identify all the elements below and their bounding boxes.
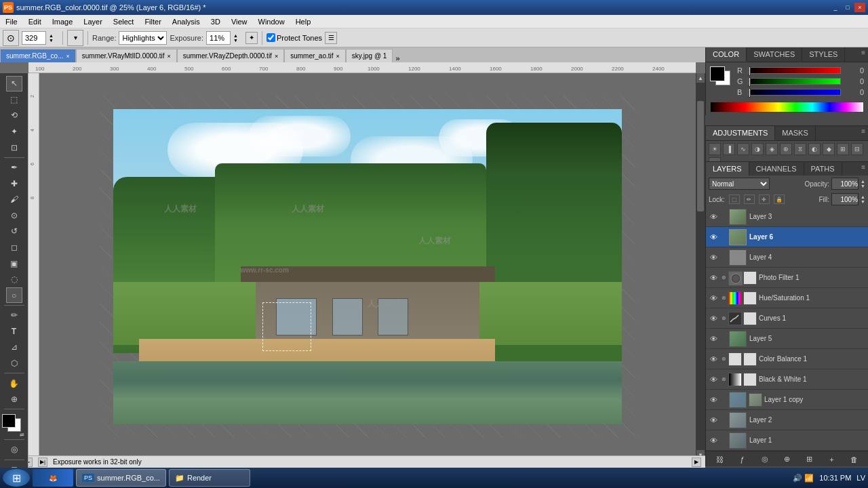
layer-visibility-photofilter1[interactable]: 👁 — [707, 272, 719, 284]
layer-visibility-layer4[interactable]: 👁 — [707, 251, 719, 264]
lock-image-button[interactable]: ✏ — [744, 195, 755, 204]
layer-link-huesat1[interactable]: ⊗ — [719, 295, 728, 301]
tab-close-2[interactable]: × — [275, 53, 278, 60]
marquee-tool[interactable]: ⬚ — [6, 92, 22, 108]
menu-3d[interactable]: 3D — [205, 16, 226, 27]
styles-tab[interactable]: STYLES — [802, 47, 845, 62]
adj-menu-button[interactable]: ≡ — [859, 126, 868, 140]
dodge-tool[interactable]: ○ — [6, 287, 22, 303]
history-brush-tool[interactable]: ↺ — [6, 224, 22, 239]
active-tool-icon[interactable]: ⊙ — [3, 30, 19, 46]
layer-visibility-layer6[interactable]: 👁 — [707, 231, 719, 243]
adj-bw-icon[interactable]: ◐ — [808, 143, 821, 155]
layer-row-layer1copy[interactable]: 👁 Layer 1 copy — [706, 390, 868, 410]
delete-layer-button[interactable]: 🗑 — [848, 453, 861, 466]
color-swatches[interactable]: ⇌ — [2, 414, 26, 437]
fill-up[interactable]: ▲ — [861, 195, 865, 199]
photoshop-taskbar-button[interactable]: PS summer.RGB_co... — [76, 469, 166, 487]
green-slider-thumb[interactable] — [749, 77, 751, 87]
gradient-tool[interactable]: ▣ — [6, 256, 22, 271]
layer-row-bw1[interactable]: 👁 ⊗ Black & White 1 — [706, 369, 868, 390]
eraser-tool[interactable]: ◻ — [6, 240, 22, 256]
tab-more-button[interactable]: » — [393, 54, 402, 62]
pen-tool[interactable]: ✏ — [6, 308, 22, 323]
link-layers-button[interactable]: ⛓ — [714, 453, 726, 466]
tab-close-3[interactable]: × — [336, 53, 340, 60]
adj-channelmix-icon[interactable]: ⊞ — [837, 143, 849, 155]
minimize-button[interactable]: _ — [830, 3, 841, 12]
layer-visibility-layer2[interactable]: 👁 — [707, 414, 719, 426]
adj-levels-icon[interactable]: ▐ — [723, 143, 735, 155]
heal-tool[interactable]: ✚ — [6, 176, 22, 191]
lock-transparent-button[interactable]: ⬚ — [729, 195, 740, 204]
path-select-tool[interactable]: ⊿ — [6, 340, 22, 355]
zoom-tool[interactable]: ⊕ — [6, 392, 22, 407]
range-select[interactable]: Highlights Midtones Shadows — [119, 31, 167, 45]
quick-mask-button[interactable]: ◎ — [6, 442, 22, 458]
exposure-airbrush-button[interactable]: ✦ — [245, 32, 258, 44]
opacity-input[interactable] — [831, 178, 859, 190]
opacity-up[interactable]: ▲ — [861, 179, 865, 184]
green-slider[interactable] — [748, 78, 841, 85]
adj-exposure-icon[interactable]: ◑ — [751, 143, 764, 155]
tab-3[interactable]: summer_ao.tif × — [284, 49, 346, 62]
exposure-input[interactable] — [206, 31, 231, 45]
start-button[interactable]: ⊞ — [3, 469, 30, 487]
color-tab[interactable]: COLOR — [706, 47, 747, 62]
lock-position-button[interactable]: ✛ — [759, 195, 770, 204]
layer-link-colorbalance1[interactable]: ⊗ — [719, 356, 728, 362]
tab-1[interactable]: summer.VRayMtlID.0000.tif × — [76, 49, 177, 62]
protect-tones-icon[interactable]: ☰ — [325, 32, 337, 44]
window-controls[interactable]: _ □ × — [830, 3, 865, 12]
maximize-button[interactable]: □ — [842, 3, 853, 12]
layers-tab[interactable]: LAYERS — [706, 162, 749, 176]
add-adj-button[interactable]: ⊕ — [781, 453, 793, 466]
fg-swatch[interactable] — [710, 66, 725, 81]
hand-tool[interactable]: ✋ — [6, 375, 22, 391]
status-options-button[interactable]: ▶ — [692, 458, 701, 467]
adj-curves-icon[interactable]: ∿ — [737, 143, 749, 155]
tab-close-1[interactable]: × — [167, 53, 170, 60]
layer-visibility-bw1[interactable]: 👁 — [707, 373, 719, 386]
adj-photofilter-icon[interactable]: ◆ — [823, 143, 835, 155]
menu-edit[interactable]: Edit — [23, 16, 47, 27]
status-end-button[interactable]: ▶| — [38, 458, 47, 467]
layer-visibility-colorbalance1[interactable]: 👁 — [707, 353, 719, 365]
layer-row-layer4[interactable]: 👁 Layer 4 — [706, 247, 868, 268]
foreground-color-swatch[interactable] — [2, 414, 16, 428]
switch-colors-button[interactable]: ⇌ — [20, 432, 26, 437]
add-mask-button[interactable]: ◎ — [759, 453, 771, 466]
layer-visibility-curves1[interactable]: 👁 — [707, 312, 719, 325]
add-group-button[interactable]: ⊞ — [804, 453, 816, 466]
menu-window[interactable]: Window — [253, 16, 290, 27]
brush-presets-button[interactable]: ▾ — [67, 30, 83, 46]
adj-vibrance-icon[interactable]: ◈ — [766, 143, 778, 155]
blue-slider-thumb[interactable] — [749, 88, 751, 98]
v-scrollbar[interactable]: ▲ ▼ — [696, 73, 705, 460]
lasso-tool[interactable]: ⟲ — [6, 108, 22, 123]
layer-row-photofilter1[interactable]: 👁 ⊗ Photo Filter 1 — [706, 268, 868, 288]
layer-row-layer5[interactable]: 👁 Layer 5 — [706, 329, 868, 349]
clone-stamp-tool[interactable]: ⊙ — [6, 208, 22, 224]
layer-row-layer6[interactable]: 👁 Layer 6 — [706, 227, 868, 247]
color-ramp[interactable] — [710, 102, 864, 113]
firefox-button[interactable]: 🦊 — [33, 469, 73, 487]
red-slider-thumb[interactable] — [749, 66, 751, 76]
layers-menu-button[interactable]: ≡ — [859, 162, 868, 176]
adj-invert-icon[interactable]: ⊟ — [851, 143, 863, 155]
move-tool[interactable]: ↖ — [6, 76, 22, 92]
adj-brightness-icon[interactable]: ☀ — [709, 143, 721, 155]
menu-help[interactable]: Help — [290, 16, 317, 27]
menu-analysis[interactable]: Analysis — [167, 16, 205, 27]
tab-close-0[interactable]: × — [66, 53, 69, 60]
layer-link-photofilter1[interactable]: ⊗ — [719, 274, 728, 281]
brush-size-input[interactable] — [22, 31, 46, 45]
layer-row-layer2[interactable]: 👁 Layer 2 — [706, 410, 868, 430]
layer-link-curves1[interactable]: ⊗ — [719, 315, 728, 321]
layer-row-layer3[interactable]: 👁 Layer 3 — [706, 207, 868, 227]
layer-row-huesat1[interactable]: 👁 ⊗ Hue/Saturation 1 — [706, 288, 868, 308]
menu-view[interactable]: View — [226, 16, 253, 27]
blur-tool[interactable]: ◌ — [6, 272, 22, 287]
menu-file[interactable]: File — [0, 16, 23, 27]
adj-colorbalance-icon[interactable]: ⧖ — [794, 143, 806, 155]
